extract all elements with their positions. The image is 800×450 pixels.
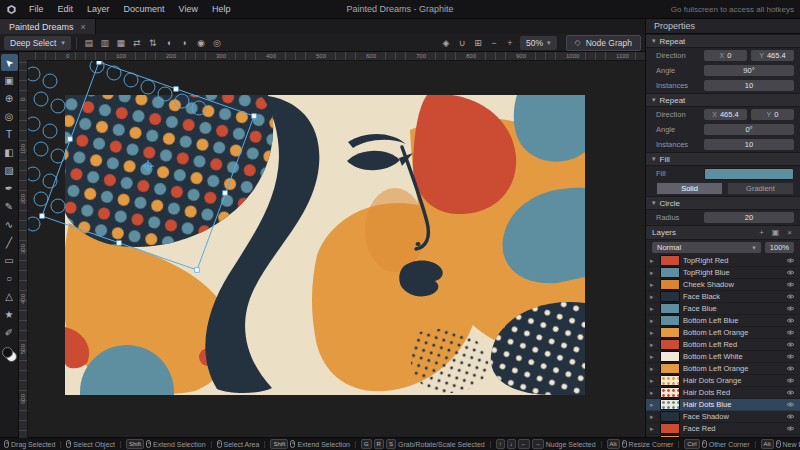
menu-item-layer[interactable]: Layer: [80, 2, 117, 16]
visibility-eye-icon[interactable]: [784, 305, 796, 312]
layer-row[interactable]: ▸Cheek Shadow: [646, 279, 800, 291]
layer-row[interactable]: ▸TopRight Blue: [646, 267, 800, 279]
node-graph-button[interactable]: ◇ Node Graph: [566, 35, 641, 51]
blend-mode-select[interactable]: Normal ▾: [652, 242, 761, 253]
visibility-eye-icon[interactable]: [784, 257, 796, 264]
visibility-eye-icon[interactable]: [784, 377, 796, 384]
expand-icon[interactable]: ▸: [650, 305, 657, 313]
layer-row[interactable]: ▸Hair Dots Red: [646, 387, 800, 399]
section-repeat-1[interactable]: ▾ Repeat: [646, 34, 800, 48]
new-folder-icon[interactable]: ▣: [771, 228, 780, 237]
gradient-tool[interactable]: ▨: [1, 162, 18, 179]
layer-row[interactable]: ▸Hair Dots Blue: [646, 399, 800, 411]
zoom-in-icon[interactable]: +: [503, 36, 517, 50]
layer-row[interactable]: ▸Face Blue: [646, 303, 800, 315]
visibility-eye-icon[interactable]: [784, 269, 796, 276]
align-center-icon[interactable]: ▥: [98, 36, 112, 50]
zoom-out-icon[interactable]: −: [487, 36, 501, 50]
visibility-eye-icon[interactable]: [784, 329, 796, 336]
polygon-tool[interactable]: △: [1, 288, 18, 305]
visibility-eye-icon[interactable]: [784, 293, 796, 300]
visibility-eye-icon[interactable]: [784, 353, 796, 360]
opacity-input[interactable]: 100%: [765, 242, 794, 253]
zoom-level-input[interactable]: 50% ▾: [520, 36, 557, 50]
visibility-eye-icon[interactable]: [784, 413, 796, 420]
menu-item-document[interactable]: Document: [117, 2, 172, 16]
document-tab[interactable]: Painted Dreams ×: [0, 18, 96, 34]
align-left-icon[interactable]: ▤: [82, 36, 96, 50]
expand-icon[interactable]: ▸: [650, 341, 657, 349]
menu-item-view[interactable]: View: [172, 2, 205, 16]
visibility-eye-icon[interactable]: [784, 389, 796, 396]
line-tool[interactable]: ╱: [1, 234, 18, 251]
expand-icon[interactable]: ▸: [650, 269, 657, 277]
select-tool[interactable]: ➤: [1, 54, 18, 71]
boolean-union-icon[interactable]: ◖: [162, 36, 176, 50]
repeat1-direction-x-input[interactable]: X 0: [704, 50, 747, 61]
expand-icon[interactable]: ▸: [650, 317, 657, 325]
repeat2-direction-y-input[interactable]: Y 0: [751, 109, 794, 120]
freehand-tool[interactable]: ✎: [1, 198, 18, 215]
rectangle-tool[interactable]: ▭: [1, 252, 18, 269]
layer-row[interactable]: ▸Bottom Left Orange: [646, 327, 800, 339]
section-fill[interactable]: ▾ Fill: [646, 152, 800, 166]
boolean-difference-icon[interactable]: ◎: [210, 36, 224, 50]
repeat2-angle-input[interactable]: 0°: [704, 124, 794, 135]
expand-icon[interactable]: ▸: [650, 413, 657, 421]
overlays-icon[interactable]: ◈: [439, 36, 453, 50]
canvas-viewport[interactable]: 010020030040050060070080090010001100 010…: [19, 52, 645, 438]
artboard[interactable]: [65, 95, 585, 395]
graphite-logo-icon[interactable]: [6, 4, 17, 15]
section-repeat-2[interactable]: ▾ Repeat: [646, 93, 800, 107]
spline-tool[interactable]: ∿: [1, 216, 18, 233]
repeat2-direction-x-input[interactable]: X 465.4: [704, 109, 747, 120]
expand-icon[interactable]: ▸: [650, 281, 657, 289]
expand-icon[interactable]: ▸: [650, 377, 657, 385]
flip-vertical-icon[interactable]: ⇅: [146, 36, 160, 50]
star-tool[interactable]: ★: [1, 306, 18, 323]
ruler-top[interactable]: 010020030040050060070080090010001100: [19, 52, 645, 61]
layer-row[interactable]: ▸Face Red: [646, 423, 800, 435]
expand-icon[interactable]: ▸: [650, 425, 657, 433]
fill-gradient-button[interactable]: Gradient: [727, 182, 794, 195]
pen-tool[interactable]: ✒: [1, 180, 18, 197]
expand-icon[interactable]: ▸: [650, 293, 657, 301]
layer-row[interactable]: ▸Bottom Left Blue: [646, 315, 800, 327]
repeat1-instances-input[interactable]: 10: [704, 80, 794, 91]
menu-item-help[interactable]: Help: [205, 2, 238, 16]
brush-tool[interactable]: ✐: [1, 324, 18, 341]
expand-icon[interactable]: ▸: [650, 353, 657, 361]
ruler-left[interactable]: 0100200300400500600: [19, 60, 28, 438]
boolean-intersect-icon[interactable]: ◉: [194, 36, 208, 50]
fill-solid-button[interactable]: Solid: [656, 182, 723, 195]
close-icon[interactable]: ×: [81, 22, 86, 32]
grid-icon[interactable]: ⊞: [471, 36, 485, 50]
snapping-icon[interactable]: ∪: [455, 36, 469, 50]
artboard-tool[interactable]: ▣: [1, 72, 18, 89]
expand-icon[interactable]: ▸: [650, 257, 657, 265]
repeat2-instances-input[interactable]: 10: [704, 139, 794, 150]
eyedropper-tool[interactable]: ◎: [1, 108, 18, 125]
color-swatches[interactable]: [2, 347, 17, 362]
repeat1-direction-y-input[interactable]: Y 465.4: [751, 50, 794, 61]
layer-row[interactable]: ▸Bottom Left Red: [646, 339, 800, 351]
section-circle[interactable]: ▾ Circle: [646, 196, 800, 210]
visibility-eye-icon[interactable]: [784, 425, 796, 432]
expand-icon[interactable]: ▸: [650, 401, 657, 409]
ellipse-tool[interactable]: ○: [1, 270, 18, 287]
primary-color-swatch[interactable]: [2, 347, 13, 358]
layer-row[interactable]: ▸TopRight Red: [646, 255, 800, 267]
fill-swatch[interactable]: [704, 168, 794, 180]
navigate-tool[interactable]: ⊕: [1, 90, 18, 107]
expand-icon[interactable]: ▸: [650, 365, 657, 373]
layer-row[interactable]: ▸Face Shadow: [646, 411, 800, 423]
text-tool[interactable]: T: [1, 126, 18, 143]
flip-horizontal-icon[interactable]: ⇄: [130, 36, 144, 50]
visibility-eye-icon[interactable]: [784, 341, 796, 348]
circle-radius-input[interactable]: 20: [704, 212, 794, 223]
align-right-icon[interactable]: ▦: [114, 36, 128, 50]
visibility-eye-icon[interactable]: [784, 365, 796, 372]
layer-row[interactable]: ▸Face Black: [646, 291, 800, 303]
visibility-eye-icon[interactable]: [784, 401, 796, 408]
expand-icon[interactable]: ▸: [650, 389, 657, 397]
